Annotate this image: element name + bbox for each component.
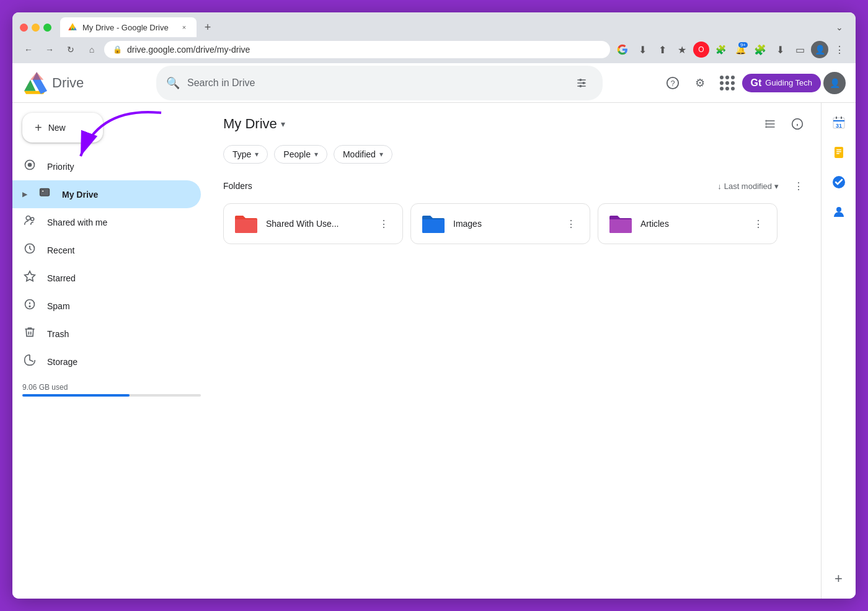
right-sidebar-calendar-button[interactable]: 31	[826, 110, 851, 135]
folder-card-articles[interactable]: Articles ⋮	[598, 203, 777, 244]
tab-close-button[interactable]: ×	[179, 22, 189, 32]
home-button[interactable]: ⌂	[83, 41, 100, 58]
svg-rect-30	[841, 116, 842, 119]
browser-menu[interactable]: ⋮	[831, 41, 848, 58]
window-menu-icon[interactable]: ⌄	[831, 19, 848, 36]
recent-icon	[22, 242, 37, 258]
svg-rect-3	[580, 79, 582, 81]
folder-icon-wrap-articles	[608, 211, 633, 236]
sidebar-item-my-drive[interactable]: ▶ My Drive	[12, 180, 201, 208]
sidebar-item-priority[interactable]: Priority	[12, 152, 201, 180]
app-logo: Drive	[22, 71, 146, 95]
refresh-button[interactable]: ↻	[62, 41, 79, 58]
browser-extension-buttons: ⬇ ⬆ ★ O 🧩 🔔 9+ 🧩 ⬇ ▭ 👤 ⋮	[614, 41, 848, 58]
sidebar: + New	[12, 103, 211, 599]
content-area: My Drive ▾	[211, 103, 821, 599]
sidebar-item-shared-with-me[interactable]: Shared with me	[12, 208, 201, 236]
opera-icon[interactable]: O	[693, 42, 709, 58]
modified-filter-chip[interactable]: Modified ▾	[334, 145, 392, 164]
my-drive-icon	[37, 187, 52, 202]
drive-logo-icon	[22, 71, 47, 95]
download-manager[interactable]: ⬇	[771, 41, 789, 58]
priority-icon	[22, 159, 37, 174]
shared-icon	[22, 214, 37, 230]
sidebar-item-recent[interactable]: Recent	[12, 236, 201, 264]
forward-button[interactable]: →	[41, 41, 58, 58]
page-title: My Drive	[223, 116, 277, 132]
traffic-light-red[interactable]	[20, 24, 28, 32]
folder-icon-articles	[608, 213, 633, 234]
list-view-button[interactable]	[759, 113, 781, 135]
plus-icon: +	[35, 121, 42, 134]
new-button[interactable]: + New	[22, 113, 103, 143]
right-sidebar-add-button[interactable]: +	[826, 566, 851, 591]
active-tab[interactable]: My Drive - Google Drive ×	[60, 17, 197, 37]
storage-used-text: 9.06 GB used	[22, 383, 201, 392]
notification-badge[interactable]: 🔔 9+	[732, 41, 749, 58]
right-sidebar-tasks-button[interactable]	[826, 170, 851, 195]
tab-bar-right-area: ⌄	[831, 19, 848, 36]
priority-label: Priority	[47, 162, 74, 172]
share-btn[interactable]: ⬆	[653, 41, 671, 58]
help-button[interactable]: ?	[660, 71, 685, 95]
sidebar-item-trash[interactable]: Trash	[12, 320, 201, 348]
traffic-light-green[interactable]	[43, 24, 51, 32]
browser-profile[interactable]: 👤	[811, 41, 828, 58]
traffic-light-yellow[interactable]	[32, 24, 40, 32]
sidebar-item-storage[interactable]: Storage	[12, 348, 201, 376]
folder-name-articles: Articles	[640, 219, 742, 229]
search-icon: 🔍	[166, 76, 180, 90]
new-tab-button[interactable]: +	[199, 19, 216, 36]
folder-icon-shared	[234, 213, 259, 234]
section-header: Folders ↓ Last modified ▾ ⋮	[223, 176, 808, 196]
content-actions	[759, 113, 808, 135]
user-avatar[interactable]: 👤	[823, 72, 846, 94]
svg-rect-28	[833, 120, 844, 121]
sidebar-item-spam[interactable]: Spam	[12, 292, 201, 320]
info-button[interactable]	[786, 113, 808, 135]
folders-section-title: Folders	[223, 181, 252, 191]
bookmark-btn[interactable]: ★	[673, 41, 691, 58]
folder-card-images[interactable]: Images ⋮	[410, 203, 590, 244]
extensions-puzzle[interactable]: 🧩	[751, 41, 769, 58]
svg-point-14	[31, 218, 34, 221]
folder-more-articles[interactable]: ⋮	[750, 215, 767, 232]
sidebar-toggle[interactable]: ▭	[791, 41, 808, 58]
search-bar[interactable]: 🔍 Search in Drive	[156, 66, 603, 100]
right-sidebar-contacts-button[interactable]	[826, 200, 851, 224]
apps-launcher-button[interactable]	[715, 71, 740, 95]
svg-rect-32	[835, 147, 843, 158]
svg-rect-4	[583, 82, 585, 84]
svg-rect-5	[580, 85, 582, 87]
folder-name-images: Images	[453, 219, 555, 229]
folder-card-shared-with-use[interactable]: Shared With Use... ⋮	[223, 203, 403, 244]
right-sidebar-keep-button[interactable]	[826, 140, 851, 165]
people-filter-label: People	[283, 149, 311, 159]
back-button[interactable]: ←	[20, 41, 37, 58]
type-filter-chip[interactable]: Type ▾	[223, 145, 268, 164]
section-more-button[interactable]: ⋮	[789, 176, 808, 196]
extension-icon[interactable]: 🧩	[712, 41, 729, 58]
guiding-tech-badge[interactable]: Gt Guiding Tech	[742, 74, 821, 92]
people-filter-chip[interactable]: People ▾	[274, 145, 327, 164]
folder-icon-wrap-images	[421, 211, 446, 236]
download-btn[interactable]: ⬇	[634, 41, 651, 58]
svg-rect-34	[836, 151, 841, 152]
header-actions: ? ⚙ Gt Guiding Tech 👤	[660, 71, 846, 95]
trash-label: Trash	[47, 329, 69, 339]
search-options-button[interactable]	[570, 72, 593, 94]
url-text: drive.google.com/drive/my-drive	[127, 45, 250, 55]
folder-more-images[interactable]: ⋮	[562, 215, 580, 232]
folder-more-shared[interactable]: ⋮	[375, 215, 392, 232]
sort-button[interactable]: ↓ Last modified ▾	[712, 179, 784, 193]
type-chevron-icon: ▾	[255, 150, 259, 159]
google-button[interactable]	[614, 41, 631, 58]
content-header: My Drive ▾	[223, 113, 808, 135]
sidebar-item-starred[interactable]: Starred	[12, 264, 201, 292]
svg-point-37	[836, 207, 841, 212]
svg-point-19	[29, 306, 30, 307]
title-chevron-icon[interactable]: ▾	[281, 119, 285, 129]
address-bar[interactable]: 🔒 drive.google.com/drive/my-drive	[104, 41, 610, 58]
svg-rect-29	[836, 116, 837, 119]
settings-button[interactable]: ⚙	[688, 71, 712, 95]
